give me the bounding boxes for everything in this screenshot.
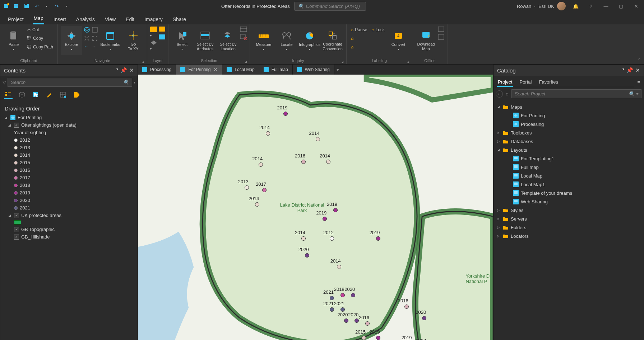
pin-icon[interactable]: 📌 — [120, 67, 127, 74]
copy-path-button[interactable]: ⿻Copy Path — [26, 43, 55, 51]
paste-button[interactable]: Paste ▾ — [3, 26, 24, 55]
list-by-selection-icon[interactable] — [31, 90, 40, 99]
lock-labels-button[interactable]: ⌂Lock — [370, 26, 386, 34]
more-labeling-button[interactable]: ⌂ — [349, 43, 369, 51]
map-point[interactable]: 2019 — [333, 208, 338, 212]
catalog-item[interactable]: Local Map1 — [497, 180, 640, 189]
expand-icon[interactable]: ▷ — [497, 226, 501, 229]
minimize-icon[interactable]: — — [601, 1, 611, 11]
help-icon[interactable]: ? — [586, 1, 596, 11]
clear-selection-icon[interactable] — [240, 34, 247, 40]
view-tab[interactable]: Full map — [259, 65, 293, 75]
hamburger-icon[interactable]: ≡ — [634, 79, 644, 84]
tab-analysis[interactable]: Analysis — [75, 14, 96, 24]
expand-icon[interactable]: ▷ — [497, 208, 501, 212]
catalog-tab-project[interactable]: Project — [497, 78, 513, 87]
pin-icon[interactable]: 📌 — [626, 67, 633, 74]
command-search[interactable]: 🔍 Command Search (Alt+Q) — [294, 2, 366, 11]
tab-insert[interactable]: Insert — [53, 14, 67, 24]
map-point[interactable]: 2014 — [337, 265, 341, 269]
pause-labels-button[interactable]: ⌂Pause — [349, 26, 369, 34]
add-graphics-icon[interactable] — [159, 34, 165, 40]
go-to-xy-button[interactable]: Go To XY — [122, 26, 144, 55]
catalog-node[interactable]: ▷Folders — [497, 223, 640, 232]
map-point[interactable]: 2013 — [245, 185, 249, 190]
checkbox[interactable]: ✓ — [14, 227, 19, 232]
options-icon[interactable]: ▾ — [134, 80, 135, 84]
catalog-node[interactable]: ▷Locators — [497, 232, 640, 240]
symbol-class[interactable]: 2021 — [5, 204, 133, 212]
tab-share[interactable]: Share — [172, 14, 187, 24]
layer-item[interactable]: ◢✓UK protected areas — [5, 212, 133, 219]
catalog-item[interactable]: For Templating1 — [497, 154, 640, 163]
close-icon[interactable]: ✕ — [129, 67, 134, 74]
notifications-icon[interactable]: 🔔 — [571, 1, 581, 11]
panel-menu-icon[interactable]: ▾ — [116, 67, 118, 74]
checkbox[interactable]: ✓ — [14, 235, 19, 240]
contents-search[interactable]: Search🔍 — [8, 78, 132, 87]
catalog-node[interactable]: ◢Layouts — [497, 146, 640, 154]
measure-button[interactable]: Measure▾ — [253, 26, 274, 55]
map-point[interactable]: 2017 — [262, 188, 267, 192]
list-by-editing-icon[interactable] — [45, 90, 54, 99]
collapse-icon[interactable]: ◢ — [5, 116, 8, 119]
tab-project[interactable]: Project — [7, 14, 24, 24]
add-data-icon[interactable]: ▾ — [150, 40, 157, 51]
cut-button[interactable]: ✂Cut — [26, 26, 55, 34]
symbol-swatch[interactable] — [5, 219, 133, 226]
collapse-ribbon-icon[interactable]: ⌃ — [637, 57, 641, 63]
close-icon[interactable]: ✕ — [635, 67, 640, 74]
map-point[interactable]: 2018 — [340, 293, 345, 297]
list-by-drawing-order-icon[interactable] — [4, 90, 13, 99]
catalog-item[interactable]: Template of your dreams — [497, 189, 640, 197]
convert-labels-button[interactable]: AConvert▾ — [388, 26, 409, 55]
symbol-class[interactable]: 2020 — [5, 197, 133, 204]
view-tab[interactable]: Local Map — [222, 65, 259, 75]
map-point[interactable]: 2021 — [340, 307, 345, 312]
expand-icon[interactable]: ▷ — [497, 234, 501, 238]
view-tab[interactable]: Processing — [138, 65, 176, 75]
expand-icon[interactable]: ◢ — [497, 148, 501, 152]
map-point[interactable]: 2020 — [351, 293, 355, 297]
map-point[interactable]: 2014 — [316, 137, 320, 141]
map-point[interactable]: 2020 — [344, 318, 348, 323]
add-preset-icon[interactable] — [159, 27, 165, 32]
catalog-node[interactable]: ▷Styles — [497, 206, 640, 214]
symbol-class[interactable]: 2015 — [5, 159, 133, 166]
catalog-search[interactable]: Search Project🔍 ▾ — [511, 89, 641, 98]
open-project-icon[interactable] — [13, 3, 20, 10]
list-by-snapping-icon[interactable] — [59, 90, 67, 99]
map-point[interactable]: 2019 — [283, 112, 288, 116]
tabs-dropdown-icon[interactable]: ▾ — [334, 65, 342, 75]
catalog-tab-portal[interactable]: Portal — [519, 78, 532, 87]
zoom-selection-icon[interactable] — [84, 35, 90, 42]
checkbox[interactable]: ✓ — [14, 213, 19, 218]
catalog-item[interactable]: Web Sharing — [497, 197, 640, 206]
map-point[interactable]: 2016 — [301, 160, 306, 164]
explore-button[interactable]: Explore ▾ — [61, 26, 82, 55]
symbol-class[interactable]: 2019 — [5, 189, 133, 197]
checkbox[interactable]: ✓ — [14, 123, 19, 128]
list-by-labeling-icon[interactable] — [72, 90, 81, 99]
toc-map-node[interactable]: ◢ For Printing — [5, 114, 133, 121]
catalog-node[interactable]: ▷Databases — [497, 137, 640, 146]
copy-button[interactable]: ⿻Copy — [26, 34, 55, 42]
map-point[interactable]: 2019 — [376, 336, 380, 340]
prev-extent-icon[interactable]: ← — [84, 44, 90, 49]
back-icon[interactable]: ← — [496, 90, 503, 98]
full-extent-icon[interactable] — [84, 27, 90, 33]
collapse-icon[interactable]: ◢ — [8, 123, 12, 127]
redo-icon[interactable]: ↷ — [53, 3, 60, 10]
symbol-class[interactable]: 2013 — [5, 144, 133, 151]
fixed-zoom-in-icon[interactable] — [92, 27, 98, 33]
tab-map[interactable]: Map — [33, 13, 44, 24]
list-by-source-icon[interactable] — [18, 90, 26, 99]
map-point[interactable]: 2012 — [330, 236, 334, 241]
infographics-button[interactable]: Infographics▾ — [299, 26, 320, 55]
expand-icon[interactable]: ▷ — [497, 217, 501, 221]
catalog-tab-favorites[interactable]: Favorites — [538, 78, 559, 87]
catalog-node[interactable]: ▷Toolboxes — [497, 128, 640, 137]
close-icon[interactable]: ✕ — [631, 1, 641, 11]
remove-icon[interactable] — [438, 34, 445, 40]
new-project-icon[interactable] — [3, 3, 10, 10]
